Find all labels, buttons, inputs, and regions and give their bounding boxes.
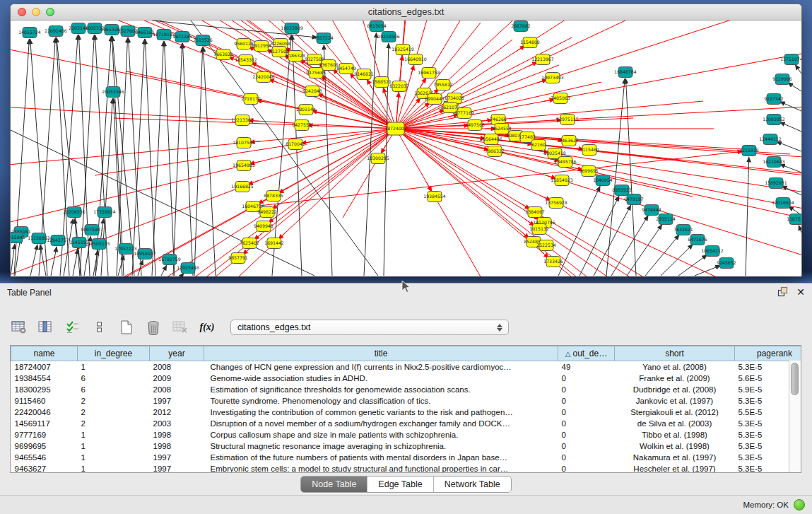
network-node[interactable]: 7857224 xyxy=(314,33,334,44)
network-node[interactable]: 8912954 xyxy=(252,41,271,52)
network-node[interactable]: 16961758 xyxy=(418,68,440,78)
network-node[interactable]: 17359924 xyxy=(93,207,116,218)
network-node[interactable]: 12923448 xyxy=(177,263,199,274)
network-node[interactable]: 9777169 xyxy=(454,108,474,119)
network-node[interactable]: 8813054 xyxy=(367,21,387,32)
network-node[interactable]: 9146821 xyxy=(354,69,374,80)
network-node[interactable]: 12942757 xyxy=(47,235,69,246)
network-node[interactable]: 7485063 xyxy=(551,93,570,104)
tab-edge-table[interactable]: Edge Table xyxy=(367,477,433,492)
column-header-pagerank[interactable]: pagerank xyxy=(735,346,802,361)
table-row[interactable]: 1872400712008Changes of HCN gene express… xyxy=(11,361,802,373)
network-node[interactable]: 8322037 xyxy=(389,81,409,92)
network-node[interactable]: 8878335 xyxy=(264,191,283,201)
network-hub-node[interactable]: 18724007 xyxy=(384,122,407,135)
network-node[interactable]: 17016504 xyxy=(772,198,794,209)
network-node[interactable]: 8186328 xyxy=(286,51,305,62)
table-row[interactable]: 969969511998Structural magnetic resonanc… xyxy=(11,440,802,452)
network-node[interactable]: 2522534 xyxy=(536,240,556,251)
network-node[interactable]: 18107554 xyxy=(233,138,255,148)
table-scrollbar-thumb[interactable] xyxy=(791,363,799,395)
delete-table-icon[interactable] xyxy=(171,318,189,337)
network-node[interactable]: 2935114 xyxy=(656,214,676,225)
network-node[interactable]: 19384554 xyxy=(423,192,446,202)
new-column-icon[interactable] xyxy=(117,318,136,337)
network-node[interactable]: 1588520 xyxy=(372,77,392,88)
column-visibility-icon[interactable] xyxy=(37,318,55,337)
network-node[interactable]: 9129986 xyxy=(772,74,792,85)
function-builder-icon[interactable]: f(x) xyxy=(198,318,216,337)
network-node[interactable]: 8215938 xyxy=(739,146,759,156)
network-node[interactable]: 20053346 xyxy=(102,87,124,98)
network-node[interactable]: 19166825 xyxy=(231,182,254,192)
network-node[interactable]: 22420046 xyxy=(252,72,275,83)
network-node[interactable]: 8454749 xyxy=(336,64,356,74)
network-node[interactable]: 7632621 xyxy=(673,225,693,235)
network-node[interactable]: 16640910 xyxy=(404,54,427,65)
table-row[interactable]: 2242004622012Investigating the contribut… xyxy=(11,407,802,418)
network-node[interactable]: 16033809 xyxy=(281,23,303,34)
network-node[interactable]: 10973493 xyxy=(541,73,564,83)
network-node[interactable]: 12213363 xyxy=(231,115,254,126)
network-node[interactable]: 15751074 xyxy=(780,54,801,65)
row-height-icon[interactable] xyxy=(90,318,109,337)
float-panel-icon[interactable] xyxy=(777,286,788,297)
network-node[interactable]: 10719185 xyxy=(153,30,175,40)
tab-node-table[interactable]: Node Table xyxy=(301,477,367,492)
column-header-short[interactable]: short xyxy=(615,346,735,361)
network-node[interactable]: 9245652 xyxy=(717,258,736,269)
network-node[interactable]: 16848784 xyxy=(614,67,637,78)
network-node[interactable]: 8170041 xyxy=(286,139,305,150)
network-node[interactable]: 7515526 xyxy=(193,35,213,46)
network-node[interactable]: 7986322 xyxy=(485,146,505,157)
network-node[interactable]: 6497568 xyxy=(465,120,485,131)
network-node[interactable]: 22691406 xyxy=(45,26,67,37)
column-header-name[interactable]: name xyxy=(11,346,78,361)
network-node[interactable]: 9409948 xyxy=(254,221,273,232)
column-header-year[interactable]: year xyxy=(150,346,204,361)
table-row[interactable]: 1830029562008Estimation of significance … xyxy=(11,384,802,395)
network-node[interactable]: 8471676 xyxy=(688,235,707,245)
network-node[interactable]: 2803144 xyxy=(296,105,316,115)
column-header-in_degree[interactable]: in_degree xyxy=(78,346,150,361)
network-node[interactable]: 9115460 xyxy=(579,145,599,156)
network-node[interactable]: 18325419 xyxy=(392,45,414,55)
network-node[interactable]: 8990443 xyxy=(425,94,445,105)
network-node[interactable]: 9463627 xyxy=(559,136,579,146)
network-node[interactable]: 9227342 xyxy=(764,94,784,105)
network-node[interactable]: 1691442 xyxy=(264,238,284,249)
table-mode-icon[interactable] xyxy=(10,318,28,337)
network-node[interactable]: 1154808 xyxy=(520,37,540,48)
network-node[interactable]: 9560128 xyxy=(234,39,254,49)
network-node[interactable]: 9466161 xyxy=(135,28,155,38)
network-node[interactable]: 19654985 xyxy=(233,160,255,171)
network-node[interactable]: 9474444 xyxy=(642,205,661,216)
network-node[interactable]: 90975887 xyxy=(81,225,103,235)
column-header-out_degree[interactable]: △out_de… xyxy=(558,346,615,361)
tab-network-table[interactable]: Network Table xyxy=(433,477,511,492)
network-node[interactable]: 14055724 xyxy=(18,28,41,38)
selection-mode-icon[interactable] xyxy=(64,318,82,337)
network-node[interactable]: 1733426 xyxy=(543,257,563,267)
table-row[interactable]: 977716911998Corpus callosum shape and si… xyxy=(11,429,802,440)
network-node[interactable]: 10654112 xyxy=(701,246,724,257)
network-node[interactable]: 1015132 xyxy=(529,224,549,235)
delete-column-icon[interactable] xyxy=(144,318,163,337)
table-selector-dropdown[interactable]: citations_edges.txt xyxy=(230,320,509,335)
network-node[interactable]: 7625402 xyxy=(240,238,259,249)
table-row[interactable]: 946554611997Estimation of the future num… xyxy=(11,452,802,463)
network-node[interactable]: 62160 xyxy=(531,140,546,151)
network-node[interactable]: 1640954 xyxy=(593,175,613,186)
network-node[interactable]: 12975115 xyxy=(556,115,579,125)
table-row[interactable]: 1456911722003Disruption of a novel membe… xyxy=(11,418,802,429)
network-node[interactable]: 8427552 xyxy=(292,120,312,131)
table-scrollbar[interactable] xyxy=(789,361,801,472)
network-node[interactable]: 15854923 xyxy=(551,175,573,186)
network-node[interactable]: 12444112 xyxy=(759,134,782,145)
network-node[interactable]: 7663822 xyxy=(213,49,233,60)
network-node[interactable]: 1384067 xyxy=(525,207,545,218)
network-node[interactable]: 19218506 xyxy=(377,32,400,42)
network-node[interactable]: 9242848 xyxy=(302,86,322,97)
network-node[interactable]: 1145193 xyxy=(69,238,89,248)
table-row[interactable]: 1938455462009Genome-wide association stu… xyxy=(11,373,802,384)
